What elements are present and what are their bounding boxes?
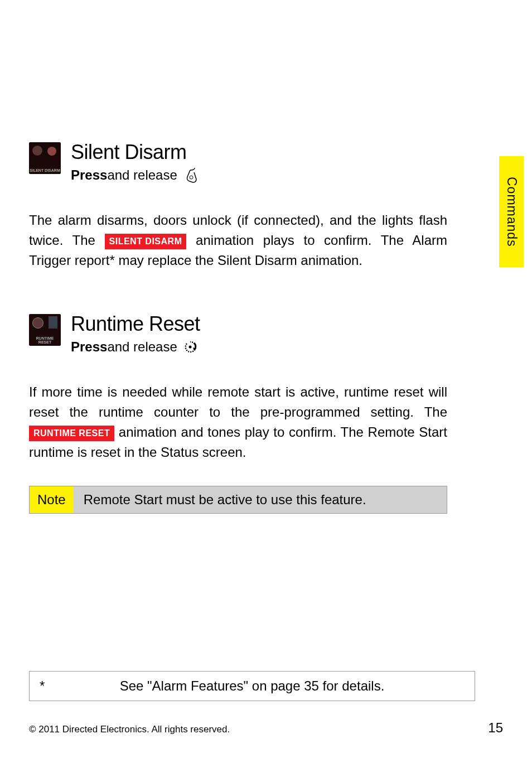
footnote-text: See "Alarm Features" on page 35 for deta… bbox=[40, 678, 465, 694]
page-content: SILENT DISARM Silent Disarm Press and re… bbox=[0, 0, 476, 514]
and-release-text: and release bbox=[107, 339, 177, 355]
silent-disarm-icon: SILENT DISARM bbox=[29, 142, 61, 174]
press-label: Press bbox=[71, 167, 107, 183]
runtime-reset-badge: RUNTIME RESET bbox=[29, 426, 114, 441]
remote-button-icon bbox=[182, 167, 199, 184]
press-label: Press bbox=[71, 339, 107, 355]
silent-disarm-header: SILENT DISARM Silent Disarm Press and re… bbox=[29, 142, 447, 184]
note-box: Note Remote Start must be active to use … bbox=[29, 486, 447, 514]
body-text-1: If more time is needed while remote star… bbox=[29, 384, 447, 419]
note-label: Note bbox=[30, 486, 74, 513]
runtime-reset-header: RUNTIME RESET Runtime Reset Press and re… bbox=[29, 314, 447, 355]
silent-disarm-section: SILENT DISARM Silent Disarm Press and re… bbox=[29, 142, 447, 271]
runtime-reset-body: If more time is needed while remote star… bbox=[29, 382, 447, 462]
runtime-reset-section: RUNTIME RESET Runtime Reset Press and re… bbox=[29, 314, 447, 462]
runtime-reset-subtitle: Press and release bbox=[71, 339, 200, 355]
silent-disarm-title-wrap: Silent Disarm Press and release bbox=[71, 142, 199, 184]
refresh-icon bbox=[182, 339, 199, 355]
silent-disarm-badge: SILENT DISARM bbox=[105, 234, 187, 249]
svg-point-0 bbox=[190, 176, 193, 179]
runtime-reset-title-wrap: Runtime Reset Press and release bbox=[71, 314, 200, 355]
silent-disarm-subtitle: Press and release bbox=[71, 167, 199, 184]
silent-disarm-title: Silent Disarm bbox=[71, 142, 199, 162]
copyright-text: © 2011 Directed Electronics. All rights … bbox=[29, 724, 230, 735]
page-footer: © 2011 Directed Electronics. All rights … bbox=[29, 720, 503, 736]
and-release-text: and release bbox=[107, 167, 177, 183]
side-tab-label: Commands bbox=[504, 177, 519, 247]
footnote-box: * See "Alarm Features" on page 35 for de… bbox=[29, 671, 475, 701]
side-tab: Commands bbox=[499, 156, 524, 267]
runtime-reset-icon-label: RUNTIME RESET bbox=[29, 336, 61, 344]
silent-disarm-body: The alarm disarms, doors unlock (if conn… bbox=[29, 210, 447, 271]
silent-disarm-icon-label: SILENT DISARM bbox=[29, 168, 61, 172]
note-text: Remote Start must be active to use this … bbox=[74, 486, 376, 513]
footnote-asterisk: * bbox=[40, 678, 45, 694]
runtime-reset-icon: RUNTIME RESET bbox=[29, 314, 61, 346]
svg-point-1 bbox=[188, 346, 191, 349]
runtime-reset-title: Runtime Reset bbox=[71, 314, 200, 334]
page-number: 15 bbox=[488, 720, 503, 736]
